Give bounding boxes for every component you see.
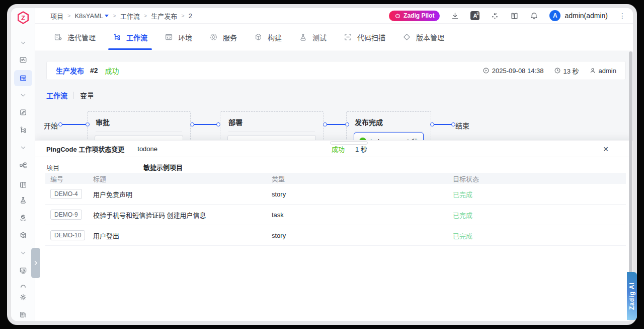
cell-type: story — [267, 190, 448, 198]
tab-工作流[interactable]: 工作流 — [113, 24, 147, 50]
avatar: A — [549, 10, 560, 21]
breadcrumb-item[interactable]: 生产发布 — [151, 11, 177, 21]
breadcrumb-separator: > — [113, 13, 116, 19]
scan-icon — [344, 33, 352, 41]
cell-title: 用户免责声明 — [88, 189, 267, 199]
table-row: DEMO-9校验手机号和短信验证码 创建用户信息task已完成 — [45, 205, 626, 225]
tab-迭代管理[interactable]: 迭代管理 — [54, 24, 96, 50]
translate-icon[interactable]: A文 — [470, 11, 479, 20]
sidebar-item-arc[interactable] — [19, 283, 27, 291]
tab-构建[interactable]: 构建 — [254, 24, 282, 50]
tab-label: 构建 — [268, 32, 282, 42]
sidebar-expand-handle[interactable] — [31, 248, 40, 278]
content-area: 生产发布 #2 成功 2025-09-08 14:38 13 秒 — [35, 51, 633, 321]
breadcrumb-separator: > — [181, 13, 184, 19]
cell-type: story — [267, 232, 448, 239]
zadig-ai-tab[interactable]: Zadig AI — [627, 272, 637, 320]
panel-title: PingCode 工作项状态变更 — [46, 144, 124, 154]
breadcrumb: 项目>K8sYAML>工作流>生产发布>2 — [50, 11, 192, 21]
graph-connector — [61, 124, 87, 125]
stage-divider — [228, 131, 315, 131]
nodes-icon[interactable] — [491, 12, 499, 20]
tab-代码扫描[interactable]: 代码扫描 — [344, 24, 385, 50]
build-icon — [254, 33, 263, 41]
caret-down-icon[interactable] — [105, 15, 109, 17]
graph-connector — [326, 124, 346, 125]
tab-label: 代码扫描 — [357, 32, 385, 42]
env-icon — [165, 33, 173, 41]
robot-icon — [394, 13, 401, 19]
sidebar-item-chevron-down[interactable] — [19, 144, 27, 152]
tab-label: 服务 — [223, 32, 237, 42]
panel-header: PingCode 工作项状态变更 todone 成功 1 秒 ✕ — [35, 141, 633, 157]
stage-title: 部署 — [228, 117, 315, 127]
tab-服务[interactable]: 服务 — [209, 24, 237, 50]
pilot-label: Zadig Pilot — [404, 12, 434, 19]
breadcrumb-item[interactable]: 项目 — [50, 11, 63, 21]
workitem-id-tag[interactable]: DEMO-4 — [50, 189, 82, 199]
user-name: admin(admin) — [565, 12, 608, 20]
cell-id: DEMO-9 — [45, 210, 88, 220]
close-icon[interactable]: ✕ — [602, 145, 610, 153]
sidebar-item-note-edit[interactable] — [19, 108, 27, 116]
zadig-logo-icon[interactable]: Z — [16, 11, 30, 25]
book-icon[interactable] — [510, 12, 519, 20]
release-icon — [403, 33, 411, 41]
sidebar-item-org-building[interactable] — [19, 310, 27, 318]
table-header-row: 编号标题类型目标状态 — [45, 173, 626, 184]
project-label: 项目 — [46, 162, 143, 172]
workflow-icon — [113, 33, 121, 41]
cell-target-status: 已完成 — [448, 210, 626, 220]
download-icon[interactable] — [451, 12, 459, 20]
breadcrumb-item[interactable]: K8sYAML — [74, 12, 109, 20]
column-header: 标题 — [88, 174, 267, 183]
sidebar-item-project-pm[interactable]: PM — [19, 74, 27, 82]
workitem-id-tag[interactable]: DEMO-10 — [50, 230, 85, 240]
topbar-actions: Zadig Pilot A文 A admin(admin) ⋮ — [389, 10, 626, 21]
iteration-icon — [54, 33, 62, 41]
sidebar-item-pipeline[interactable] — [19, 161, 27, 169]
stage-divider — [96, 131, 182, 131]
cell-target-status: 已完成 — [448, 231, 626, 240]
sidebar-item-chevron-down[interactable] — [19, 91, 27, 99]
test-icon — [299, 33, 307, 41]
sidebar-item-workflow[interactable] — [19, 126, 27, 134]
breadcrumb-item[interactable]: 2 — [189, 12, 192, 20]
column-header: 目标状态 — [448, 174, 626, 183]
panel-job-name: todone — [137, 145, 157, 153]
tab-label: 环境 — [178, 32, 192, 42]
breadcrumb-item[interactable]: 工作流 — [120, 11, 140, 21]
sidebar: Z PM — [11, 8, 35, 321]
sidebar-item-chevron-down[interactable] — [19, 249, 27, 257]
zadig-pilot-button[interactable]: Zadig Pilot — [389, 11, 440, 21]
sidebar-item-activity[interactable] — [19, 56, 27, 64]
sidebar-item-monitor-chart[interactable] — [19, 267, 27, 275]
tab-测试[interactable]: 测试 — [299, 24, 327, 50]
stage-title: 审批 — [96, 117, 182, 127]
breadcrumb-separator: > — [144, 13, 147, 19]
cell-id: DEMO-10 — [45, 230, 88, 240]
workitem-id-tag[interactable]: DEMO-9 — [50, 210, 82, 220]
sidebar-item-package[interactable] — [19, 214, 27, 222]
tab-版本管理[interactable]: 版本管理 — [403, 24, 444, 50]
panel-duration: 1 秒 — [355, 144, 367, 154]
svg-text:Z: Z — [21, 14, 25, 22]
bell-icon[interactable] — [530, 12, 538, 20]
sidebar-item-gear[interactable] — [19, 293, 27, 301]
app-window: Z PM 项目>K8sYAML>工作流>生产发布>2 Zadig Pilot — [7, 4, 637, 325]
sidebar-item-board[interactable] — [19, 181, 27, 189]
sidebar-item-chevron-down[interactable] — [19, 39, 27, 47]
tab-label: 版本管理 — [416, 32, 444, 42]
graph-end-label: 结束 — [455, 120, 469, 130]
cell-type: task — [267, 211, 448, 219]
more-menu-icon[interactable]: ⋮ — [619, 12, 626, 19]
cell-target-status: 已完成 — [448, 189, 626, 199]
panel-status: 成功 — [332, 144, 345, 154]
svg-text:PM: PM — [22, 78, 25, 80]
user-menu[interactable]: A admin(admin) — [549, 10, 608, 21]
table-row: DEMO-4用户免责声明story已完成 — [45, 184, 626, 205]
sidebar-item-cube[interactable] — [19, 231, 27, 239]
graph-connector — [193, 124, 217, 125]
sidebar-item-test[interactable] — [19, 196, 27, 204]
tab-环境[interactable]: 环境 — [165, 24, 192, 50]
